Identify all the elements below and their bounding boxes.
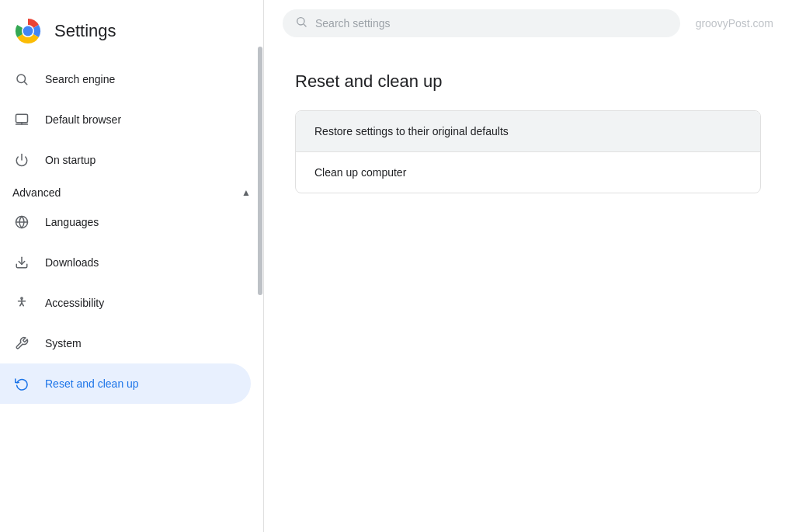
sidebar-item-reset-and-clean-up[interactable]: Reset and clean up (0, 363, 251, 404)
advanced-label: Advanced (12, 186, 61, 199)
sidebar-item-accessibility[interactable]: Accessibility (0, 283, 251, 323)
search-engine-icon (12, 70, 31, 89)
restore-settings-label: Restore settings to their original defau… (314, 125, 509, 137)
top-bar: groovyPost.com (264, 0, 792, 47)
svg-rect-5 (16, 114, 28, 123)
reset-icon (12, 374, 31, 393)
options-card: Restore settings to their original defau… (295, 110, 761, 193)
downloads-label: Downloads (45, 256, 99, 269)
main-content: groovyPost.com Reset and clean up Restor… (264, 0, 792, 532)
accessibility-icon (12, 294, 31, 312)
languages-label: Languages (45, 216, 99, 228)
search-engine-label: Search engine (45, 73, 115, 85)
languages-icon (12, 213, 31, 231)
content-area: Reset and clean up Restore settings to t… (264, 47, 792, 532)
reset-and-clean-up-label: Reset and clean up (45, 377, 139, 390)
sidebar-item-languages[interactable]: Languages (0, 202, 251, 242)
default-browser-label: Default browser (45, 113, 121, 126)
sidebar-item-system[interactable]: System (0, 323, 251, 363)
on-startup-icon (12, 151, 31, 169)
sidebar-item-downloads[interactable]: Downloads (0, 242, 251, 283)
accessibility-label: Accessibility (45, 297, 104, 309)
system-icon (12, 334, 31, 353)
scrollbar-thumb[interactable] (258, 47, 262, 295)
scrollbar-track[interactable] (257, 0, 263, 532)
svg-point-2 (23, 26, 33, 37)
section-title: Reset and clean up (295, 71, 761, 92)
sidebar-item-default-browser[interactable]: Default browser (0, 99, 251, 140)
advanced-section[interactable]: Advanced ▲ (0, 180, 263, 202)
restore-settings-option[interactable]: Restore settings to their original defau… (296, 111, 760, 151)
sidebar: Settings Search engine Default brow (0, 0, 264, 532)
svg-line-14 (304, 24, 306, 26)
sidebar-item-search-engine[interactable]: Search engine (0, 59, 251, 99)
svg-point-3 (17, 75, 26, 83)
watermark: groovyPost.com (680, 17, 773, 30)
sidebar-item-on-startup[interactable]: On startup (0, 140, 251, 180)
downloads-icon (12, 253, 31, 272)
sidebar-header: Settings (0, 0, 263, 59)
svg-point-13 (297, 18, 304, 25)
sidebar-nav: Search engine Default browser On star (0, 59, 263, 532)
clean-up-computer-option[interactable]: Clean up computer (296, 151, 760, 193)
system-label: System (45, 337, 82, 349)
search-bar (283, 9, 680, 37)
chrome-logo-icon (12, 16, 43, 47)
svg-line-4 (24, 82, 26, 84)
search-input[interactable] (315, 17, 668, 30)
app-title: Settings (54, 21, 116, 41)
on-startup-label: On startup (45, 154, 96, 166)
clean-up-computer-label: Clean up computer (314, 166, 406, 179)
chevron-up-icon: ▲ (241, 187, 251, 198)
search-icon (295, 16, 307, 31)
default-browser-icon (12, 110, 31, 129)
